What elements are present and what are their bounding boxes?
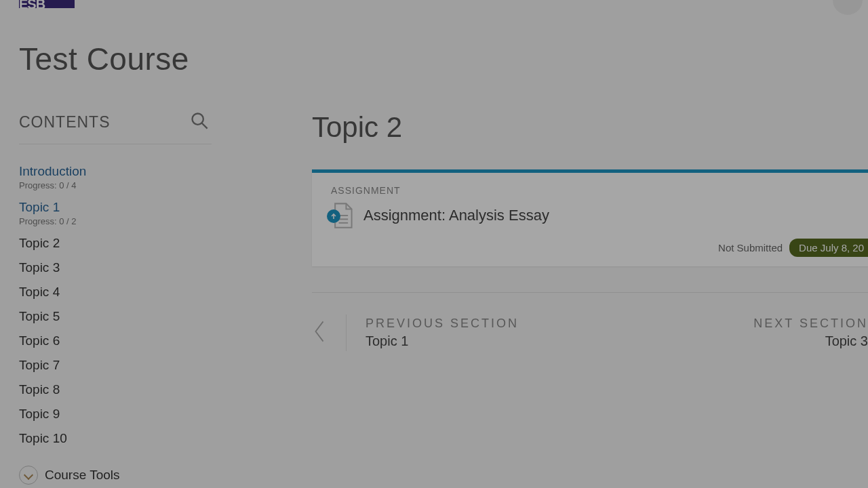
sidebar-item-label: Topic 10 [19,431,231,446]
next-heading: NEXT SECTION [753,317,868,331]
sidebar-item-label: Topic 8 [19,382,231,397]
sidebar-item-label: Topic 5 [19,309,231,324]
main-content: Topic 2 ASSIGNMENT Assignment: Analysis … [231,111,868,485]
sidebar-item-label: Topic 2 [19,236,231,251]
search-icon[interactable] [190,111,209,133]
sidebar-item-progress: Progress: 0 / 4 [19,180,231,190]
course-tools-button[interactable]: Course Tools [19,466,231,485]
sidebar-item-topic-1[interactable]: Topic 1Progress: 0 / 2 [19,195,231,231]
sidebar-item-topic-6[interactable]: Topic 6 [19,329,231,353]
previous-section-button[interactable]: PREVIOUS SECTION Topic 1 [312,314,519,351]
sidebar-item-label: Topic 9 [19,407,231,422]
sidebar-item-label: Topic 4 [19,285,231,300]
assignment-title: Assignment: Analysis Essay [363,207,549,224]
sidebar: CONTENTS IntroductionProgress: 0 / 4Topi… [0,111,231,485]
svg-line-1 [202,123,208,129]
contents-heading: CONTENTS [19,113,111,131]
due-date-badge: Due July 8, 20 [789,239,868,257]
assignment-card[interactable]: ASSIGNMENT Assignment: Analysis Essay No… [312,169,868,266]
chevron-left-icon [312,318,327,348]
logo[interactable]: ESB [19,0,75,8]
sidebar-item-topic-2[interactable]: Topic 2 [19,231,231,256]
sidebar-item-topic-10[interactable]: Topic 10 [19,426,231,451]
sidebar-item-label: Topic 3 [19,260,231,275]
topic-title: Topic 2 [312,111,868,144]
next-label: Topic 3 [753,333,868,349]
svg-point-0 [193,114,203,125]
assignment-upload-icon [331,203,354,228]
sidebar-item-topic-8[interactable]: Topic 8 [19,378,231,402]
prev-heading: PREVIOUS SECTION [366,317,519,331]
sidebar-item-topic-5[interactable]: Topic 5 [19,304,231,329]
sidebar-item-topic-3[interactable]: Topic 3 [19,256,231,280]
sidebar-item-label: Topic 1 [19,200,231,215]
upload-badge-icon [327,209,340,223]
prev-label: Topic 1 [366,333,519,349]
next-section-button[interactable]: NEXT SECTION Topic 3 [753,314,868,351]
course-tools-label: Course Tools [45,468,120,483]
card-kind-label: ASSIGNMENT [331,185,849,196]
sidebar-item-label: Introduction [19,164,231,179]
compass-icon [19,466,38,485]
submission-status: Not Submitted [718,242,783,253]
sidebar-item-progress: Progress: 0 / 2 [19,216,231,226]
course-title: Test Course [0,8,868,111]
sidebar-item-introduction[interactable]: IntroductionProgress: 0 / 4 [19,159,231,195]
sidebar-item-label: Topic 6 [19,333,231,348]
sidebar-item-label: Topic 7 [19,358,231,373]
sidebar-item-topic-9[interactable]: Topic 9 [19,402,231,426]
sidebar-item-topic-4[interactable]: Topic 4 [19,280,231,304]
sidebar-item-topic-7[interactable]: Topic 7 [19,353,231,378]
